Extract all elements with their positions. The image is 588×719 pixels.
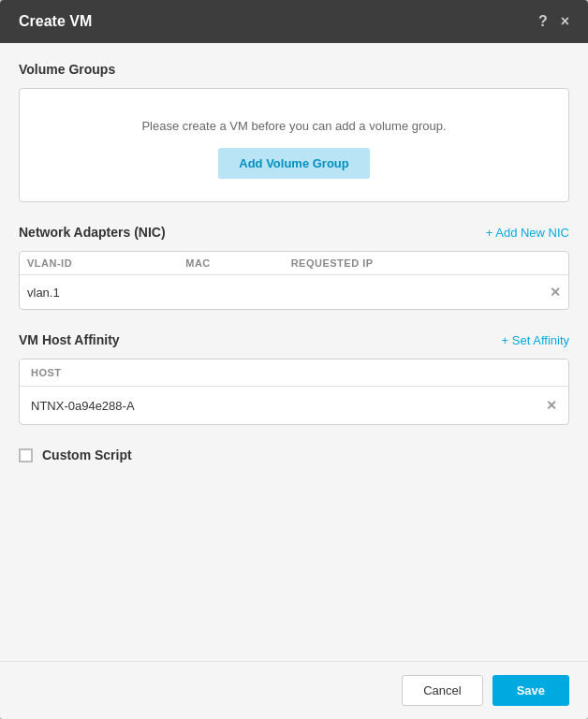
modal-body: Volume Groups Please create a VM before … — [0, 43, 588, 661]
nic-table: VLAN-ID MAC REQUESTED IP vlan.1 ✕ — [20, 252, 568, 309]
affinity-col-actions — [535, 360, 568, 387]
affinity-remove-cell: ✕ — [535, 387, 568, 425]
volume-groups-title: Volume Groups — [19, 62, 115, 77]
affinity-col-host: HOST — [20, 360, 535, 387]
network-adapters-section: Network Adapters (NIC) + Add New NIC VLA… — [19, 225, 569, 310]
nic-vlan-id: vlan.1 — [20, 275, 178, 310]
save-button[interactable]: Save — [492, 675, 569, 706]
nic-row: vlan.1 ✕ — [20, 275, 568, 310]
modal-title: Create VM — [19, 13, 92, 30]
network-adapters-title: Network Adapters (NIC) — [19, 225, 166, 240]
nic-mac — [178, 275, 283, 310]
add-new-nic-link[interactable]: + Add New NIC — [486, 226, 569, 240]
volume-groups-message: Please create a VM before you can add a … — [35, 119, 553, 133]
add-volume-group-button[interactable]: Add Volume Group — [218, 148, 369, 179]
nic-remove-button[interactable]: ✕ — [550, 285, 561, 300]
vm-host-affinity-title: VM Host Affinity — [19, 332, 120, 347]
volume-groups-empty: Please create a VM before you can add a … — [35, 104, 553, 186]
affinity-remove-button[interactable]: ✕ — [546, 398, 557, 413]
affinity-row: NTNX-0a94e288-A ✕ — [20, 387, 568, 425]
help-icon[interactable]: ? — [538, 13, 548, 30]
affinity-host-value: NTNX-0a94e288-A — [20, 387, 535, 425]
volume-groups-box: Please create a VM before you can add a … — [19, 88, 569, 202]
volume-groups-section: Volume Groups Please create a VM before … — [19, 62, 569, 202]
network-adapters-header: Network Adapters (NIC) + Add New NIC — [19, 225, 569, 240]
create-vm-modal: Create VM ? × Volume Groups Please creat… — [0, 0, 588, 719]
affinity-table: HOST NTNX-0a94e288-A ✕ — [20, 360, 568, 424]
nic-col-vlan: VLAN-ID — [20, 252, 178, 275]
modal-footer: Cancel Save — [0, 661, 588, 719]
set-affinity-link[interactable]: + Set Affinity — [502, 333, 569, 347]
nic-remove-cell: ✕ — [540, 275, 568, 310]
affinity-box: HOST NTNX-0a94e288-A ✕ — [19, 359, 569, 425]
nic-requested-ip — [284, 275, 540, 310]
network-adapters-box: VLAN-ID MAC REQUESTED IP vlan.1 ✕ — [19, 251, 569, 310]
nic-col-mac: MAC — [178, 252, 283, 275]
close-icon[interactable]: × — [561, 13, 569, 30]
modal-header: Create VM ? × — [0, 0, 588, 43]
volume-groups-header: Volume Groups — [19, 62, 569, 77]
custom-script-label: Custom Script — [42, 448, 132, 462]
nic-col-requested-ip: REQUESTED IP — [284, 252, 540, 275]
header-icons: ? × — [538, 13, 569, 30]
vm-host-affinity-section: VM Host Affinity + Set Affinity HOST NTN… — [19, 332, 569, 425]
custom-script-checkbox[interactable] — [19, 448, 33, 462]
cancel-button[interactable]: Cancel — [402, 675, 482, 706]
nic-col-actions — [540, 252, 568, 275]
vm-host-affinity-header: VM Host Affinity + Set Affinity — [19, 332, 569, 347]
custom-script-row: Custom Script — [19, 448, 569, 462]
